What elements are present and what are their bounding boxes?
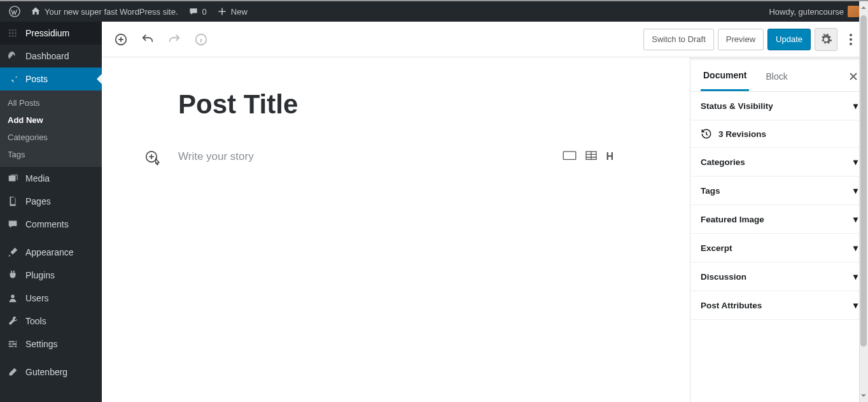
site-home-link[interactable]: Your new super fast WordPress site. [25,1,183,22]
menu-plugins[interactable]: Plugins [0,264,102,287]
preview-button[interactable]: Preview [718,29,764,50]
tab-document[interactable]: Document [701,61,749,91]
gear-icon [820,33,832,46]
chevron-down-icon: ▾ [853,101,858,111]
submenu-add-new[interactable]: Add New [0,111,102,129]
menu-pages[interactable]: Pages [0,190,102,213]
content-structure-button[interactable] [190,28,213,51]
panel-featured-image[interactable]: Featured Image▾ [690,205,868,234]
panel-discussion[interactable]: Discussion▾ [690,262,868,291]
svg-point-14 [850,34,852,36]
pin-icon [6,73,19,85]
menu-label: Pages [25,196,51,206]
settings-toggle-button[interactable] [815,28,837,51]
panel-excerpt[interactable]: Excerpt▾ [690,234,868,262]
revisions-label: 3 Revisions [718,129,766,139]
svg-point-6 [15,32,17,34]
chevron-down-icon: ▾ [853,214,858,224]
svg-point-1 [10,30,11,31]
add-block-button[interactable] [109,28,132,51]
inline-add-block-button[interactable] [140,145,163,168]
plus-circle-icon [114,32,128,47]
menu-label: Appearance [25,247,74,257]
svg-point-11 [11,295,14,298]
brush-icon [6,246,19,259]
menu-label: Gutenberg [25,367,67,377]
account-menu[interactable]: Howdy, gutencourse [764,1,864,22]
plus-icon [217,6,227,17]
update-button[interactable]: Update [767,29,811,50]
tab-block[interactable]: Block [763,61,790,91]
editor-content: Switch to Draft Preview Update Post Titl… [102,22,868,402]
menu-appearance[interactable]: Appearance [0,241,102,264]
menu-label: Posts [25,74,48,84]
post-title-input[interactable]: Post Title [178,89,613,120]
revisions-link[interactable]: 3 Revisions [690,120,868,148]
svg-point-4 [10,32,11,34]
site-title: Your new super fast WordPress site. [45,7,178,17]
editor-canvas[interactable]: Post Title Write your story H [102,57,690,402]
posts-submenu: All Posts Add New Categories Tags [0,90,102,167]
more-menu-button[interactable] [841,28,860,51]
dashboard-icon [6,50,19,62]
submenu-all-posts[interactable]: All Posts [0,94,102,111]
svg-point-5 [12,32,13,34]
avatar [848,6,859,17]
close-icon [849,72,858,81]
undo-button[interactable] [136,28,159,51]
user-icon [6,292,19,305]
submenu-tags[interactable]: Tags [0,146,102,163]
panel-status-visibility[interactable]: Status & Visibility ▾ [690,92,868,120]
menu-label: Users [25,293,49,303]
new-label: New [231,7,248,17]
undo-icon [141,32,155,47]
block-placeholder[interactable]: Write your story [178,150,563,163]
switch-to-draft-button[interactable]: Switch to Draft [643,29,714,50]
menu-posts[interactable]: Posts [0,68,102,90]
comments-icon [6,218,19,231]
sliders-icon [6,338,19,350]
panel-tags[interactable]: Tags▾ [690,176,868,205]
menu-tools[interactable]: Tools [0,310,102,333]
menu-label: Dashboard [25,51,69,61]
svg-point-7 [10,36,11,37]
pointer-cursor-icon [151,157,163,168]
menu-dashboard[interactable]: Dashboard [0,45,102,68]
menu-comments[interactable]: Comments [0,213,102,236]
menu-label: Tools [25,316,46,326]
menu-gutenberg[interactable]: Gutenberg [0,361,102,384]
heading-block-shortcut[interactable]: H [606,151,613,162]
scrollbar[interactable] [859,1,868,402]
menu-media[interactable]: Media [0,167,102,190]
menu-settings[interactable]: Settings [0,333,102,355]
chevron-down-icon: ▾ [853,243,858,253]
submenu-categories[interactable]: Categories [0,129,102,146]
image-block-shortcut[interactable] [563,151,577,162]
menu-label: Plugins [25,270,55,280]
comments-link[interactable]: 0 [183,1,212,22]
history-icon [701,128,712,140]
menu-label: Media [25,173,50,183]
svg-point-2 [12,30,13,31]
panel-categories[interactable]: Categories▾ [690,148,868,176]
menu-label: Pressidium [25,28,69,38]
admin-bar: Your new super fast WordPress site. 0 Ne… [0,1,868,22]
editor-toolbar: Switch to Draft Preview Update [102,22,868,57]
host-item[interactable]: Pressidium [0,22,102,45]
redo-button[interactable] [163,28,186,51]
chevron-down-icon: ▾ [853,185,858,196]
svg-point-8 [12,36,13,37]
menu-users[interactable]: Users [0,287,102,310]
redo-icon [167,32,181,47]
table-block-shortcut[interactable] [585,151,597,162]
svg-point-9 [15,36,17,37]
panel-post-attributes[interactable]: Post Attributes▾ [690,291,868,320]
new-content-link[interactable]: New [212,1,253,22]
chevron-down-icon: ▾ [853,271,858,282]
close-settings-button[interactable] [849,72,858,81]
wp-logo-menu[interactable] [4,1,25,22]
edit-icon [6,366,19,378]
block-shortcuts: H [563,151,613,162]
settings-tabs: Document Block [690,61,868,92]
svg-point-16 [850,43,852,45]
